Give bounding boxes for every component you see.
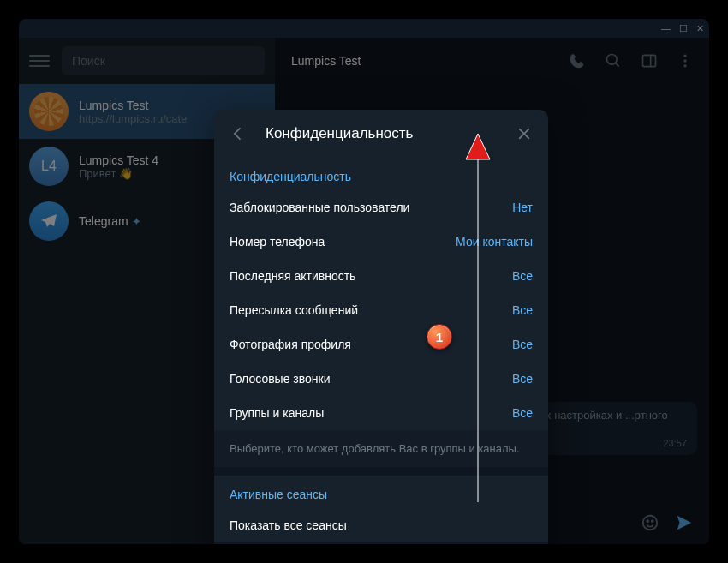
setting-profile-photo[interactable]: Фотография профиля Все bbox=[214, 327, 548, 362]
divider bbox=[214, 467, 548, 476]
setting-label: Последняя активность bbox=[230, 269, 355, 283]
svg-marker-12 bbox=[466, 134, 490, 159]
section-privacy-title: Конфиденциальность bbox=[214, 158, 548, 190]
titlebar: — ☐ ✕ bbox=[19, 19, 709, 38]
setting-label: Номер телефона bbox=[230, 235, 325, 249]
app-window: — ☐ ✕ Lumpics Test https://lumpics.ru/ca… bbox=[19, 19, 709, 544]
setting-label: Голосовые звонки bbox=[230, 372, 331, 386]
setting-voice-calls[interactable]: Голосовые звонки Все bbox=[214, 362, 548, 396]
setting-value: Все bbox=[512, 303, 533, 317]
setting-value: Все bbox=[512, 406, 533, 420]
setting-show-sessions[interactable]: Показать все сеансы bbox=[214, 508, 548, 542]
annotation-step-badge: 1 bbox=[427, 324, 452, 350]
setting-label: Показать все сеансы bbox=[230, 518, 347, 532]
setting-label: Фотография профиля bbox=[230, 338, 351, 351]
minimize-button[interactable]: — bbox=[661, 23, 671, 33]
maximize-button[interactable]: ☐ bbox=[679, 23, 688, 34]
setting-phone-number[interactable]: Номер телефона Мои контакты bbox=[214, 225, 548, 259]
privacy-modal: Конфиденциальность Конфиденциальность За… bbox=[214, 110, 548, 544]
setting-forwarding[interactable]: Пересылка сообщений Все bbox=[214, 293, 548, 327]
setting-label: Группы и каналы bbox=[230, 406, 324, 420]
setting-blocked-users[interactable]: Заблокированные пользователи Нет bbox=[214, 190, 548, 225]
setting-groups-channels[interactable]: Группы и каналы Все bbox=[214, 396, 548, 430]
setting-last-seen[interactable]: Последняя активность Все bbox=[214, 259, 548, 293]
annotation-arrow bbox=[461, 134, 495, 511]
setting-label: Заблокированные пользователи bbox=[230, 201, 409, 214]
section-sessions-title: Активные сеансы bbox=[214, 476, 548, 508]
window-close-button[interactable]: ✕ bbox=[696, 23, 704, 34]
modal-title: Конфиденциальность bbox=[266, 125, 413, 142]
setting-value: Все bbox=[512, 338, 533, 351]
section-hint: Выберите, кто может добавлять Вас в груп… bbox=[214, 430, 548, 467]
setting-label: Пересылка сообщений bbox=[230, 303, 358, 317]
setting-value: Все bbox=[512, 372, 533, 386]
close-button[interactable] bbox=[516, 125, 533, 142]
setting-value: Нет bbox=[512, 201, 533, 214]
back-button[interactable] bbox=[230, 125, 247, 142]
divider bbox=[214, 542, 548, 544]
setting-value: Все bbox=[512, 269, 533, 283]
